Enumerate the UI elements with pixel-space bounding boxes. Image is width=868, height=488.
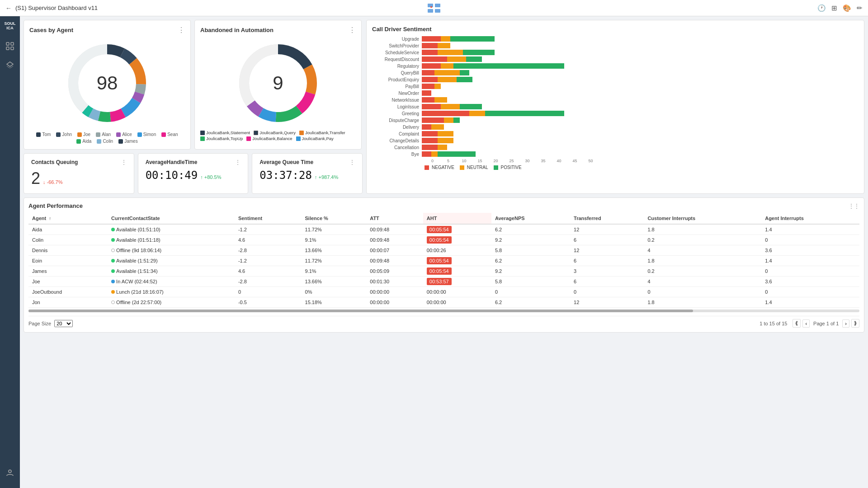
cell-nps: 9.2 [491,266,570,277]
axis-tick: 45 [567,159,583,163]
svg-rect-7 [6,47,9,50]
cases-total: 98 [97,72,118,94]
axis-tick: 10 [456,159,472,163]
bar-negative [422,77,438,82]
cell-silence: 15.18% [302,297,367,308]
cell-nps: 6.2 [491,297,570,308]
bar-label: Delivery [372,125,422,130]
palette-icon[interactable]: 🎨 [843,4,851,12]
sidebar: SOULICA [0,16,20,488]
bar-row: ProductEnquiry [372,77,859,82]
avg-queue-menu[interactable]: ⋮ [349,159,355,165]
sidebar-item-layers[interactable] [2,56,18,72]
bar-track [422,97,859,103]
table-row: Eoin Available (1:51:29) -1.2 11.72% 00:… [28,256,859,266]
cell-transferred: 6 [570,277,644,287]
col-aht[interactable]: AHT [423,213,491,224]
cell-agent-int: 3.6 [761,277,859,287]
cell-transferred: 12 [570,245,644,256]
col-agent[interactable]: Agent ↑ [28,213,108,224]
prev-page-button[interactable]: ‹ [802,319,810,328]
legend-positive: POSITIVE [501,165,522,170]
bar-label: ScheduleService [372,50,422,55]
cell-nps: 6.2 [491,224,570,235]
col-cust-int[interactable]: Customer Interrupts [644,213,761,224]
bar-track [422,50,859,55]
sentiment-card: Call Driver Sentiment Upgrade SwitchProv… [366,20,864,194]
bar-neutral [438,131,453,136]
cell-cust-int: 0 [644,287,761,297]
legend-alan: Alan [102,132,111,137]
bar-row: Delivery [372,124,859,130]
clock-icon[interactable]: 🕐 [817,4,826,12]
abandoned-total: 9 [273,72,283,94]
col-att[interactable]: ATT [366,213,423,224]
table-menu[interactable]: ⋮⋮ [849,203,859,209]
next-page-button[interactable]: › [842,319,849,328]
bar-neutral [441,104,460,109]
bar-neutral [438,77,457,82]
cell-sentiment: -2.8 [235,245,302,256]
avg-handle-time-value: 00:10:49 [146,169,198,182]
cell-att: 00:09:48 [366,224,423,235]
col-silence[interactable]: Silence % [302,213,367,224]
cell-aht: 00:05:54 [423,235,491,245]
bar-track [422,117,859,123]
cell-sentiment: 4.6 [235,235,302,245]
col-nps[interactable]: AverageNPS [491,213,570,224]
bar-positive [485,111,564,116]
sidebar-item-grid[interactable] [2,38,18,54]
cell-aht: 00:05:54 [423,266,491,277]
pencil-icon[interactable]: ✏ [857,4,863,12]
cell-att: 00:00:00 [366,297,423,308]
cell-transferred: 6 [570,235,644,245]
bar-negative [422,50,438,55]
svg-rect-2 [428,9,433,13]
cases-card-menu[interactable]: ⋮ [178,26,185,34]
col-agent-int[interactable]: Agent Interrupts [761,213,859,224]
bar-negative [422,43,438,48]
legend-colin: Colin [103,139,113,144]
bar-label: PayBill [372,84,422,89]
cell-cust-int: 1.8 [644,256,761,266]
first-page-button[interactable]: ⟪ [793,319,801,328]
page-size-select[interactable]: 2050100 [54,320,73,327]
bar-row: Greeting [372,111,859,116]
bar-label: Upgrade [372,37,422,42]
axis-tick: 25 [504,159,519,163]
sidebar-item-user[interactable] [2,465,18,481]
table-row: Jon Offline (2d 22:57:00) -0.5 15.18% 00… [28,297,859,308]
axis-tick: 50 [583,159,599,163]
bar-track [422,36,859,42]
bar-negative [422,70,434,75]
cell-aht: 00:05:54 [423,256,491,266]
legend-john: John [62,132,72,137]
bar-neutral [438,50,463,55]
col-state[interactable]: CurrentContactState [108,213,235,224]
cell-sentiment: -2.8 [235,277,302,287]
abandoned-menu[interactable]: ⋮ [349,26,356,34]
aht-value: 00:05:54 [427,236,452,244]
svg-point-9 [9,470,11,473]
col-transferred[interactable]: Transferred [570,213,644,224]
bar-positive [450,36,495,42]
cell-sentiment: -0.5 [235,297,302,308]
bar-track [422,145,859,150]
cell-silence: 9.1% [302,266,367,277]
bar-negative [422,97,434,103]
contacts-queuing-menu[interactable]: ⋮ [121,159,127,165]
legend-aida: Aida [82,139,91,144]
bar-label: NewOrder [372,91,422,96]
col-sentiment[interactable]: Sentiment [235,213,302,224]
bar-neutral [438,43,450,48]
legend-tom: Tom [42,132,51,137]
cell-state: Lunch (21d 18:16:07) [108,287,235,297]
grid-icon[interactable]: ⊞ [831,4,837,12]
last-page-button[interactable]: ⟫ [851,319,859,328]
cell-agent: Eoin [28,256,108,266]
pagination: 1 to 15 of 15 ⟪ ‹ Page 1 of 1 › ⟫ [760,319,859,328]
avg-handle-menu[interactable]: ⋮ [235,159,241,165]
table-row: James Available (1:51:34) 4.6 9.1% 00:05… [28,266,859,277]
back-button[interactable]: ← [5,5,12,12]
bar-neutral [441,63,453,69]
